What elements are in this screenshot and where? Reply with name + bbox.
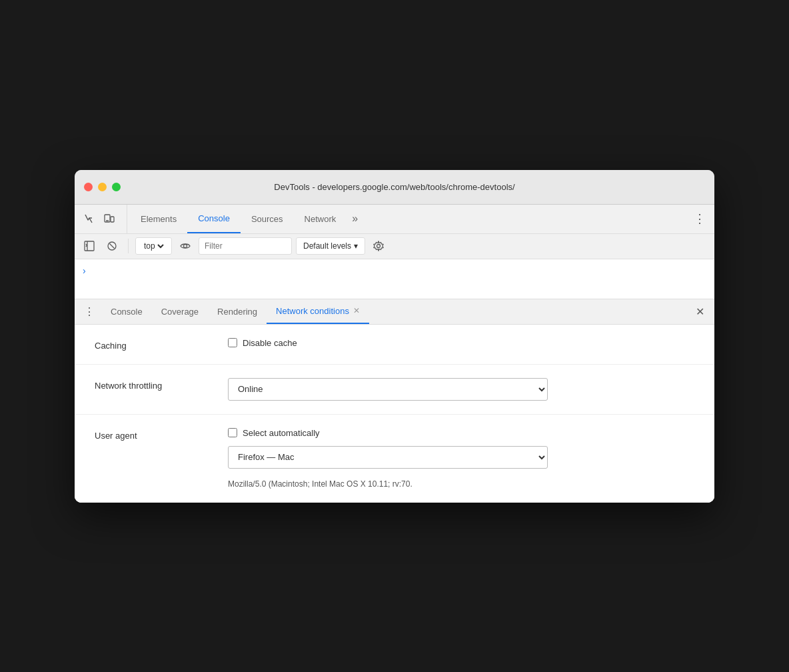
more-options-button[interactable]: ⋮ <box>690 209 709 228</box>
tab-console[interactable]: Console <box>187 205 241 233</box>
context-selector[interactable]: top <box>135 237 172 255</box>
svg-line-6 <box>86 245 87 247</box>
tab-close-icon[interactable]: ✕ <box>353 306 360 315</box>
caching-label: Caching <box>95 338 201 351</box>
inspect-icon[interactable] <box>80 209 99 228</box>
toolbar-icons <box>80 205 127 233</box>
tab-sources[interactable]: Sources <box>241 205 294 233</box>
caching-section: Caching Disable cache <box>75 325 714 365</box>
svg-point-9 <box>184 245 187 248</box>
tab-network[interactable]: Network <box>294 205 347 233</box>
main-tab-bar: Elements Console Sources Network » <box>130 205 410 233</box>
log-levels-button[interactable]: Default levels ▾ <box>296 237 365 255</box>
close-button[interactable] <box>84 183 93 191</box>
tab-elements[interactable]: Elements <box>130 205 187 233</box>
disable-cache-row: Disable cache <box>228 338 694 348</box>
throttling-label: Network throttling <box>95 378 201 391</box>
context-select-input[interactable]: top <box>141 241 166 251</box>
select-automatically-row: Select automatically <box>228 428 694 438</box>
tab-panel-rendering[interactable]: Rendering <box>208 299 267 324</box>
svg-rect-1 <box>111 217 114 222</box>
window-title: DevTools - developers.google.com/web/too… <box>274 182 514 192</box>
svg-line-8 <box>110 244 115 249</box>
eye-icon[interactable] <box>176 237 195 255</box>
user-agent-select[interactable]: Firefox — Mac Chrome — Mac Safari — Mac … <box>228 446 548 469</box>
ua-string-display: Mozilla/5.0 (Macintosh; Intel Mac OS X 1… <box>228 479 694 489</box>
clear-console-icon[interactable] <box>103 237 121 255</box>
select-automatically-label: Select automatically <box>243 428 320 438</box>
svg-line-5 <box>86 244 87 245</box>
more-tabs-button[interactable]: » <box>347 205 363 233</box>
minimize-button[interactable] <box>98 183 107 191</box>
disable-cache-checkbox[interactable] <box>228 338 237 347</box>
filter-input[interactable] <box>199 237 292 255</box>
device-icon[interactable] <box>100 209 119 228</box>
user-agent-control: Select automatically Firefox — Mac Chrom… <box>228 428 694 489</box>
title-bar: DevTools - developers.google.com/web/too… <box>75 170 714 205</box>
user-agent-label: User agent <box>95 428 201 441</box>
user-agent-section: User agent Select automatically Firefox … <box>75 415 714 503</box>
toolbar-divider <box>128 239 129 253</box>
tab-panel-network-conditions[interactable]: Network conditions ✕ <box>267 299 369 324</box>
sidebar-toggle-icon[interactable] <box>80 237 99 255</box>
devtools-window: DevTools - developers.google.com/web/too… <box>75 170 714 503</box>
caching-control: Disable cache <box>228 338 694 348</box>
main-toolbar: Elements Console Sources Network » ⋮ <box>75 205 714 234</box>
svg-point-10 <box>377 245 381 248</box>
throttling-section: Network throttling Online Fast 3G Slow 3… <box>75 365 714 415</box>
panel-tab-bar: ⋮ Console Coverage Rendering Network con… <box>75 299 714 325</box>
select-automatically-checkbox[interactable] <box>228 428 237 437</box>
console-area: › <box>75 259 714 299</box>
throttling-control: Online Fast 3G Slow 3G Offline No thrott… <box>228 378 694 401</box>
throttling-select[interactable]: Online Fast 3G Slow 3G Offline No thrott… <box>228 378 548 401</box>
prompt-chevron[interactable]: › <box>83 265 86 276</box>
panel-close-button[interactable]: ✕ <box>690 302 709 321</box>
disable-cache-label: Disable cache <box>243 338 297 348</box>
settings-icon[interactable] <box>369 237 388 255</box>
tab-panel-coverage[interactable]: Coverage <box>152 299 208 324</box>
traffic-lights <box>84 183 121 191</box>
tab-panel-console[interactable]: Console <box>101 299 152 324</box>
panel-more-icon[interactable]: ⋮ <box>80 302 99 321</box>
network-conditions-content: Caching Disable cache Network throttling… <box>75 325 714 503</box>
console-toolbar: top Default levels ▾ <box>75 234 714 259</box>
maximize-button[interactable] <box>112 183 121 191</box>
bottom-panel: ⋮ Console Coverage Rendering Network con… <box>75 299 714 503</box>
